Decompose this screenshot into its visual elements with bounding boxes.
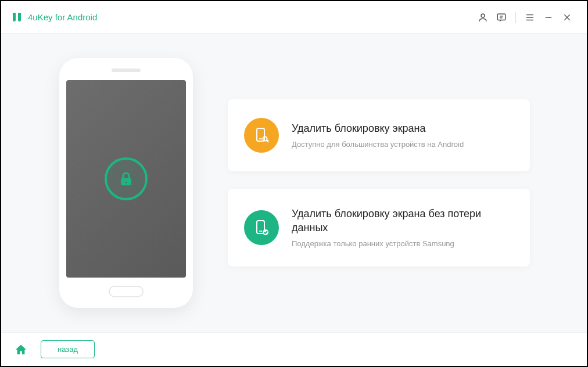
back-button[interactable]: назад xyxy=(41,340,95,358)
svg-rect-1 xyxy=(497,14,505,20)
phone-key-icon xyxy=(244,118,279,153)
home-button[interactable] xyxy=(13,341,29,358)
account-icon[interactable] xyxy=(474,8,492,27)
option-subtitle: Поддержка только ранних устройств Samsun… xyxy=(292,239,514,248)
phone-check-icon xyxy=(244,210,279,245)
phone-home-button xyxy=(109,286,144,297)
titlebar: 4uKey for Android xyxy=(1,1,587,34)
option-title: Удалить блокировку экрана без потери дан… xyxy=(292,207,514,235)
menu-icon[interactable] xyxy=(521,8,539,27)
footer: назад xyxy=(1,332,587,366)
feedback-icon[interactable] xyxy=(492,8,511,27)
app-title: 4uKey for Android xyxy=(28,12,97,22)
options-list: Удалить блокировку экрана Доступно для б… xyxy=(228,99,530,267)
lock-circle-icon xyxy=(105,157,148,200)
option-remove-screen-lock[interactable]: Удалить блокировку экрана Доступно для б… xyxy=(228,99,530,171)
app-logo-icon xyxy=(12,12,22,23)
minimize-icon[interactable] xyxy=(539,8,558,27)
main-content: Удалить блокировку экрана Доступно для б… xyxy=(1,34,587,332)
option-subtitle: Доступно для большинства устройств на An… xyxy=(292,140,464,149)
app-window: 4uKey for Android xyxy=(1,1,587,366)
phone-speaker xyxy=(112,69,141,72)
svg-point-0 xyxy=(481,14,485,17)
phone-illustration xyxy=(59,58,193,308)
close-icon[interactable] xyxy=(558,8,576,27)
option-remove-screen-lock-no-data-loss[interactable]: Удалить блокировку экрана без потери дан… xyxy=(228,189,530,267)
titlebar-divider xyxy=(515,12,516,23)
option-title: Удалить блокировку экрана xyxy=(292,122,464,135)
phone-screen xyxy=(66,80,186,278)
